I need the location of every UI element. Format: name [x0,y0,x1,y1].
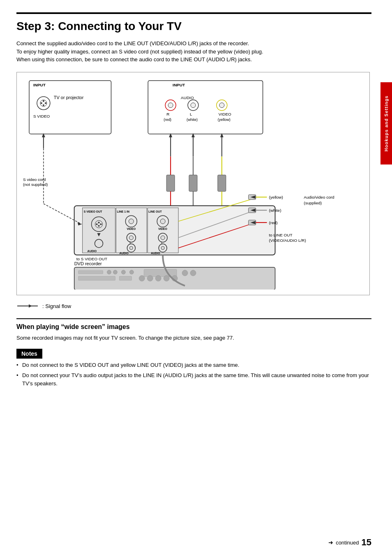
diagram-container: INPUT TV or projector S VIDEO INPUT AUDI… [16,72,370,296]
signal-flow-icon [16,302,39,310]
continued-text: continued [336,540,359,546]
svg-point-109 [182,270,188,276]
intro-line-1: Connect the supplied audio/video cord to… [16,39,371,48]
svg-text:L: L [129,241,131,244]
svg-text:(white): (white) [187,117,198,121]
svg-rect-0 [29,80,111,134]
svg-point-106 [121,270,125,274]
svg-text:(supplied): (supplied) [304,201,322,205]
svg-rect-43 [218,175,226,191]
continued-arrow: ➜ [328,539,333,546]
svg-point-52 [96,223,98,225]
svg-rect-111 [78,276,115,280]
svg-rect-10 [148,80,263,134]
notes-item-2: Do not connect your TV’s audio output ja… [16,371,371,389]
svg-point-51 [98,225,100,227]
svg-text:(red): (red) [269,220,278,225]
svg-point-18 [219,102,224,107]
signal-flow-label: : Signal flow [42,303,71,309]
svg-point-115 [155,275,161,281]
svg-rect-112 [119,276,131,280]
svg-text:VIDEO: VIDEO [219,111,231,116]
svg-point-60 [129,219,134,224]
svg-text:R: R [166,111,169,116]
svg-point-77 [161,246,164,250]
svg-rect-108 [144,269,177,276]
svg-point-105 [113,270,117,274]
svg-rect-103 [78,270,103,273]
svg-text:AUDIO: AUDIO [151,251,160,254]
svg-point-110 [190,270,196,276]
svg-text:DVD recorder: DVD recorder [74,261,102,266]
notes-box: Notes Do not connect to the S VIDEO OUT … [16,349,371,388]
svg-text:VIDEO: VIDEO [158,227,167,230]
svg-text:to LINE OUT: to LINE OUT [269,233,293,237]
svg-point-6 [43,104,44,106]
svg-rect-40 [189,175,197,191]
svg-text:INPUT: INPUT [173,82,185,87]
connection-diagram: INPUT TV or projector S VIDEO INPUT AUDI… [21,76,365,290]
svg-text:AUDIO: AUDIO [88,249,97,252]
svg-point-107 [129,270,134,274]
svg-rect-46 [83,208,115,253]
svg-text:LINE OUT: LINE OUT [148,210,162,213]
svg-text:LINE 1 IN: LINE 1 IN [117,210,129,213]
svg-text:S video cord: S video cord [23,177,46,182]
svg-marker-119 [29,304,32,308]
wide-screen-text: Some recorded images may not fit your TV… [16,334,371,342]
svg-point-53 [100,223,102,225]
svg-text:(yellow): (yellow) [218,117,231,121]
svg-point-71 [160,219,165,224]
svg-text:(white): (white) [269,208,281,213]
svg-text:VIDEO: VIDEO [127,227,136,230]
page-number: 15 [362,537,371,548]
wide-screen-title: When playing “wide screen” images [16,323,371,331]
svg-text:S VIDEO OUT: S VIDEO OUT [84,210,103,213]
svg-point-14 [168,102,173,107]
svg-point-74 [161,236,165,240]
svg-point-66 [129,246,133,250]
intro-text: Connect the supplied audio/video cord to… [16,39,371,64]
signal-flow-legend: : Signal flow [16,302,371,310]
svg-point-113 [139,275,145,281]
svg-point-116 [164,275,169,281]
svg-point-114 [147,275,153,281]
page-container: Hookups and Settings Step 3: Connecting … [0,0,392,556]
svg-text:(red): (red) [164,117,171,121]
notes-item-1: Do not connect to the S VIDEO OUT and ye… [16,361,371,370]
svg-point-7 [41,102,42,104]
svg-text:S VIDEO: S VIDEO [33,114,50,118]
svg-text:TV or projector: TV or projector [54,95,84,100]
svg-point-104 [107,270,111,274]
svg-text:AUDIO: AUDIO [181,95,194,100]
svg-text:(not supplied): (not supplied) [23,182,48,187]
top-border [16,12,371,14]
svg-point-63 [129,236,133,240]
notes-list: Do not connect to the S VIDEO OUT and ye… [16,361,371,388]
svg-text:Audio/video cord: Audio/video cord [304,195,334,199]
svg-text:(yellow): (yellow) [269,195,283,199]
svg-rect-37 [166,175,175,191]
intro-line-3: When using this connection, be sure to c… [16,56,371,64]
svg-text:AUDIO: AUDIO [119,251,129,254]
side-tab: Hookups and Settings [380,82,392,164]
side-tab-label: Hookups and Settings [384,95,389,151]
page-title: Step 3: Connecting to Your TV [16,20,371,33]
svg-point-50 [98,222,100,223]
notes-header: Notes [16,349,42,359]
intro-line-2: To enjoy higher quality images, connect … [16,48,371,56]
svg-text:INPUT: INPUT [33,82,46,87]
page-footer: ➜ continued 15 [328,537,371,548]
svg-text:(VIDEO/AUDIO L/R): (VIDEO/AUDIO L/R) [269,238,306,243]
svg-text:to S VIDEO OUT: to S VIDEO OUT [76,256,107,261]
svg-point-16 [191,102,196,107]
svg-text:L: L [190,111,192,116]
divider-line [16,318,371,319]
svg-point-5 [43,100,44,102]
svg-point-8 [45,102,46,104]
